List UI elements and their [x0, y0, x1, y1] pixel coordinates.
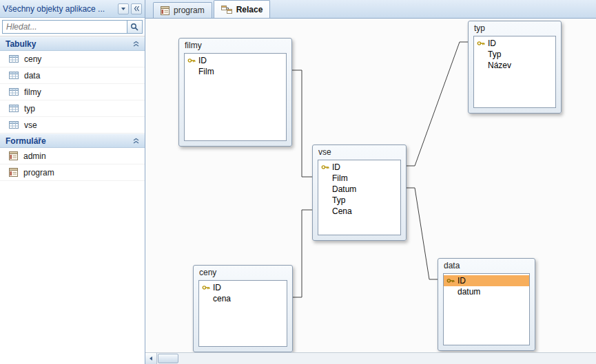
primary-key-icon — [187, 56, 196, 65]
sidebar-item-label: filmy — [24, 87, 41, 97]
table-window-ceny[interactable]: ceny ID cena — [193, 265, 293, 352]
search-icon — [130, 23, 139, 32]
table-icon — [9, 54, 19, 63]
chevron-down-icon — [121, 8, 125, 10]
scroll-left-icon — [150, 356, 152, 361]
access-window: Všechny objekty aplikace ... Tabulky — [0, 0, 596, 364]
table-window-title[interactable]: typ — [469, 21, 561, 35]
section-header-tables[interactable]: Tabulky — [0, 36, 145, 51]
sidebar-item-label: vse — [24, 120, 37, 130]
sidebar-item-admin[interactable]: admin — [0, 148, 145, 164]
section-label: Formuláře — [6, 136, 133, 146]
double-chevron-up-icon — [133, 138, 139, 144]
search-bar — [0, 18, 145, 36]
field-row[interactable]: Datum — [318, 184, 400, 195]
field-row[interactable]: Typ — [318, 195, 400, 206]
field-icon-spacer — [446, 288, 455, 296]
table-window-filmy[interactable]: filmy ID Film — [178, 38, 292, 147]
search-input[interactable] — [2, 20, 127, 34]
field-icon-spacer — [476, 61, 486, 69]
sidebar-item-program[interactable]: program — [0, 164, 145, 181]
tab-label: program — [174, 6, 205, 15]
field-row[interactable]: ID — [474, 38, 555, 49]
relationship-line-typ-vse[interactable] — [407, 42, 468, 166]
field-row[interactable]: ID — [318, 162, 400, 173]
table-window-typ[interactable]: typ ID Typ Název — [468, 21, 562, 114]
table-icon — [9, 120, 19, 129]
relationship-line-filmy-vse[interactable] — [292, 70, 312, 177]
field-icon-spacer — [476, 50, 486, 58]
section-label: Tabulky — [6, 39, 133, 49]
table-window-title[interactable]: filmy — [179, 39, 291, 52]
table-field-list: ID Film — [184, 53, 287, 141]
sidebar-item-label: data — [24, 71, 40, 81]
double-chevron-left-icon — [134, 6, 140, 12]
field-row[interactable]: Cena — [318, 206, 400, 217]
navigation-pane: Všechny objekty aplikace ... Tabulky — [0, 0, 145, 364]
field-row[interactable]: ID — [199, 282, 287, 293]
sidebar-item-data[interactable]: data — [0, 67, 145, 84]
table-window-title[interactable]: data — [438, 259, 535, 272]
table-icon — [9, 104, 19, 113]
tab-program[interactable]: program — [153, 2, 212, 18]
table-field-list: ID Film Datum Typ Cena — [318, 160, 401, 235]
field-row[interactable]: Název — [474, 60, 555, 71]
table-window-vse[interactable]: vse ID Film Datum Typ — [312, 144, 407, 241]
sidebar-item-label: typ — [24, 104, 35, 114]
sidebar-item-ceny[interactable]: ceny — [0, 51, 145, 67]
field-icon-spacer — [320, 196, 330, 204]
sidebar-item-label: ceny — [24, 54, 41, 64]
table-icon — [9, 87, 19, 96]
field-icon-spacer — [320, 174, 330, 182]
document-tab-bar: program Relace — [145, 0, 596, 19]
form-icon — [161, 6, 169, 15]
sidebar-item-typ[interactable]: typ — [0, 100, 145, 117]
primary-key-icon — [201, 283, 211, 292]
nav-pane-menu-button[interactable] — [118, 3, 129, 14]
relationships-canvas: filmy ID Film typ — [145, 19, 596, 352]
primary-key-icon — [476, 39, 486, 47]
table-window-title[interactable]: vse — [313, 145, 406, 159]
relationship-line-vse-data[interactable] — [407, 188, 438, 279]
primary-key-icon — [446, 277, 455, 285]
field-row-selected[interactable]: ID — [444, 275, 529, 286]
form-icon — [9, 151, 18, 160]
field-icon-spacer — [201, 295, 211, 303]
field-row[interactable]: Film — [318, 173, 400, 184]
sidebar-item-label: admin — [23, 151, 46, 161]
sidebar-item-filmy[interactable]: filmy — [0, 84, 145, 100]
field-row[interactable]: Film — [185, 66, 286, 77]
scrollbar-thumb[interactable] — [158, 354, 178, 363]
section-header-forms[interactable]: Formuláře — [0, 133, 145, 148]
field-icon-spacer — [187, 67, 196, 76]
relationship-line-vse-ceny[interactable] — [293, 210, 312, 297]
scroll-left-button[interactable] — [145, 353, 157, 364]
tab-relace[interactable]: Relace — [214, 0, 271, 18]
field-icon-spacer — [320, 207, 330, 215]
table-window-title[interactable]: ceny — [194, 266, 292, 279]
collapse-pane-button[interactable] — [131, 3, 142, 14]
navigation-pane-title: Všechny objekty aplikace ... — [3, 4, 116, 14]
double-chevron-up-icon — [133, 41, 139, 47]
field-row[interactable]: datum — [444, 286, 529, 297]
sidebar-item-label: program — [23, 168, 54, 178]
horizontal-scrollbar[interactable] — [145, 352, 596, 364]
primary-key-icon — [320, 163, 330, 171]
table-field-list: ID Typ Název — [473, 36, 556, 108]
field-row[interactable]: cena — [199, 293, 287, 304]
table-field-list: ID cena — [198, 280, 287, 347]
search-button[interactable] — [127, 20, 143, 34]
sidebar-item-vse[interactable]: vse — [0, 117, 145, 133]
field-icon-spacer — [320, 185, 330, 193]
field-row[interactable]: Typ — [474, 49, 555, 60]
relationships-icon — [221, 5, 232, 14]
table-window-data[interactable]: data ID datum — [438, 258, 535, 351]
navigation-pane-header: Všechny objekty aplikace ... — [0, 0, 145, 18]
tab-label: Relace — [236, 5, 263, 14]
table-icon — [9, 71, 19, 80]
form-icon — [9, 168, 18, 177]
field-row[interactable]: ID — [185, 55, 286, 66]
table-field-list: ID datum — [443, 273, 530, 345]
